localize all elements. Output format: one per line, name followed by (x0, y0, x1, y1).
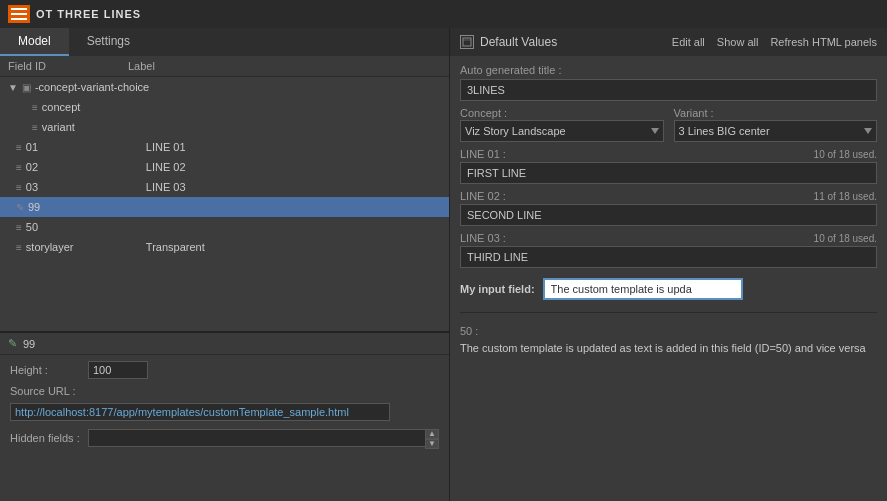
source-url-label: Source URL : (10, 385, 80, 397)
item-label: Transparent (146, 241, 205, 253)
concept-label: Concept : (460, 107, 664, 119)
line01-header: LINE 01 : 10 of 18 used. (460, 148, 877, 160)
right-top-bar-title: Default Values (460, 35, 557, 49)
item-id: -concept-variant-choice (35, 81, 155, 93)
line01-input[interactable] (460, 162, 877, 184)
svg-rect-3 (463, 38, 471, 46)
height-input[interactable] (88, 361, 148, 379)
auto-title-label: Auto generated title : (460, 64, 877, 76)
source-url-input-row (10, 403, 439, 421)
height-spinner-wrapper (88, 361, 148, 379)
show-all-button[interactable]: Show all (717, 36, 759, 48)
spinner-down-button[interactable]: ▼ (425, 439, 439, 449)
source-url-row: Source URL : (10, 385, 439, 397)
divider (460, 312, 877, 313)
text-icon: ≡ (32, 102, 38, 113)
tree-item-03[interactable]: ≡ 03 LINE 03 (0, 177, 449, 197)
tab-model[interactable]: Model (0, 28, 69, 56)
bottom-fields: Height : Source URL : Hidden fields : (0, 355, 449, 453)
auto-title-row: Auto generated title : (460, 64, 877, 101)
bottom-header: ✎ 99 (0, 333, 449, 355)
item-label: LINE 02 (146, 161, 186, 173)
expand-arrow: ▼ (8, 82, 18, 93)
folder-icon: ▣ (22, 82, 31, 93)
right-content[interactable]: Auto generated title : Concept : Viz Sto… (450, 56, 887, 501)
concept-select-wrapper: Viz Story Landscape (460, 120, 664, 142)
top-bar: OT THREE LINES (0, 0, 887, 28)
my-input-field[interactable] (543, 278, 743, 300)
tree-header-label: Label (128, 60, 155, 72)
svg-rect-2 (11, 18, 27, 20)
hidden-fields-input[interactable] (88, 429, 439, 447)
tree-item-concept-variant-choice[interactable]: ▼ ▣ -concept-variant-choice (0, 77, 449, 97)
concept-select[interactable]: Viz Story Landscape (460, 120, 664, 142)
left-panel: Model Settings Field ID Label ▼ ▣ -conce… (0, 28, 450, 501)
tab-settings[interactable]: Settings (69, 28, 148, 56)
hidden-fields-label: Hidden fields : (10, 432, 80, 444)
text-icon: ≡ (16, 242, 22, 253)
bottom-header-id: 99 (23, 338, 35, 350)
page-icon (460, 35, 474, 49)
line01-label: LINE 01 : (460, 148, 506, 160)
right-top-bar: Default Values Edit all Show all Refresh… (450, 28, 887, 56)
edit-icon: ✎ (8, 337, 17, 350)
text-icon: ≡ (16, 142, 22, 153)
concept-variant-row: Concept : Viz Story Landscape Variant : … (460, 107, 877, 142)
edit-all-button[interactable]: Edit all (672, 36, 705, 48)
text-icon: ≡ (32, 122, 38, 133)
line02-input[interactable] (460, 204, 877, 226)
item-id: 50 (26, 221, 146, 233)
tree-item-concept[interactable]: ≡ concept (0, 97, 449, 117)
svg-rect-0 (11, 8, 27, 10)
fifty-label: 50 : (460, 325, 877, 337)
variant-label: Variant : (674, 107, 878, 119)
line03-count: 10 of 18 used. (814, 233, 877, 244)
item-id: concept (42, 101, 162, 113)
logo-area: OT THREE LINES (8, 5, 141, 23)
line03-label: LINE 03 : (460, 232, 506, 244)
item-id: variant (42, 121, 162, 133)
hidden-fields-wrapper: ▲ ▼ (88, 429, 439, 447)
text-icon: ≡ (16, 162, 22, 173)
tree-header: Field ID Label (0, 56, 449, 77)
variant-col: Variant : 3 Lines BIG center (674, 107, 878, 142)
item-id: 99 (28, 201, 148, 213)
line01-count: 10 of 18 used. (814, 149, 877, 160)
line03-input[interactable] (460, 246, 877, 268)
right-top-bar-actions: Edit all Show all Refresh HTML panels (672, 36, 877, 48)
tree-header-field-id: Field ID (8, 60, 128, 72)
right-title: Default Values (480, 35, 557, 49)
text-icon: ≡ (16, 182, 22, 193)
tree-item-02[interactable]: ≡ 02 LINE 02 (0, 157, 449, 177)
tree-item-99[interactable]: ✎ 99 (0, 197, 449, 217)
line02-label: LINE 02 : (460, 190, 506, 202)
line03-row: LINE 03 : 10 of 18 used. (460, 232, 877, 268)
auto-title-input[interactable] (460, 79, 877, 101)
line01-row: LINE 01 : 10 of 18 used. (460, 148, 877, 184)
tree-item-storylayer[interactable]: ≡ storylayer Transparent (0, 237, 449, 257)
edit-icon: ✎ (16, 202, 24, 213)
spinner-up-button[interactable]: ▲ (425, 429, 439, 439)
tree-area[interactable]: ▼ ▣ -concept-variant-choice ≡ concept ≡ … (0, 77, 449, 331)
item-id: 01 (26, 141, 146, 153)
main-layout: Model Settings Field ID Label ▼ ▣ -conce… (0, 28, 887, 501)
item-label: LINE 01 (146, 141, 186, 153)
source-url-input[interactable] (10, 403, 390, 421)
tree-item-50[interactable]: ≡ 50 (0, 217, 449, 237)
fifty-text: The custom template is updated as text i… (460, 339, 877, 358)
refresh-button[interactable]: Refresh HTML panels (770, 36, 877, 48)
tree-item-variant[interactable]: ≡ variant (0, 117, 449, 137)
line02-row: LINE 02 : 11 of 18 used. (460, 190, 877, 226)
height-label: Height : (10, 364, 80, 376)
line02-count: 11 of 18 used. (814, 191, 877, 202)
concept-col: Concept : Viz Story Landscape (460, 107, 664, 142)
item-id: 03 (26, 181, 146, 193)
line02-header: LINE 02 : 11 of 18 used. (460, 190, 877, 202)
logo-icon (8, 5, 30, 23)
my-input-row: My input field: (460, 274, 877, 304)
fifty-row: 50 : The custom template is updated as t… (460, 321, 877, 362)
my-input-label: My input field: (460, 283, 535, 295)
variant-select[interactable]: 3 Lines BIG center (674, 120, 878, 142)
tree-item-01[interactable]: ≡ 01 LINE 01 (0, 137, 449, 157)
item-label: LINE 03 (146, 181, 186, 193)
